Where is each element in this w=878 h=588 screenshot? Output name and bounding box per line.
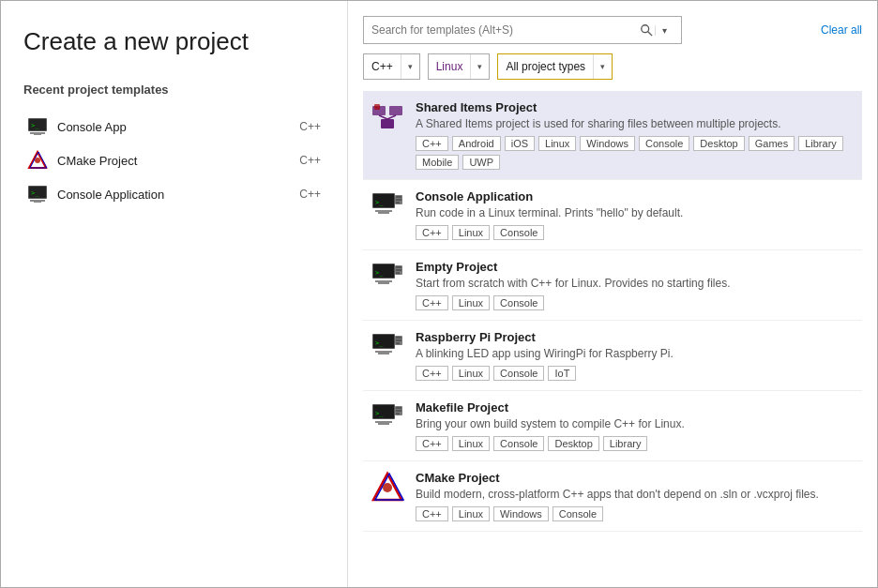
tag: Android [452,136,501,151]
project-name: CMake Project [416,471,855,485]
tag-list: C++LinuxWindowsConsole [416,506,855,521]
project-item[interactable]: CMake ProjectBuild modern, cross-platfor… [363,461,862,532]
tag-list: C++LinuxConsole [416,225,855,240]
platform-filter[interactable]: Linux ▾ [428,53,491,80]
svg-point-59 [383,483,392,492]
tag: Console [639,136,689,151]
svg-rect-16 [389,106,402,115]
tag: C++ [416,295,448,310]
project-desc: A blinking LED app using WiringPi for Ra… [416,347,855,360]
search-button[interactable] [638,23,655,37]
tag: UWP [462,155,500,170]
tag: Console [493,225,544,240]
console-app-icon: >_ [27,116,48,137]
tag: Linux [452,225,490,240]
svg-point-13 [642,25,649,33]
tag: Library [603,436,648,451]
project-info: Makefile ProjectBring your own build sys… [416,400,855,451]
search-box[interactable]: ▾ [363,16,682,44]
project-desc: Build modern, cross-platform C++ apps th… [416,488,855,501]
cmake-icon [27,150,48,171]
svg-text:>_: >_ [31,189,39,197]
tag: Linux [452,366,490,381]
tag: C++ [416,136,448,151]
tag: IoT [548,366,576,381]
tag: Console [493,295,544,310]
svg-text:>_: >_ [375,269,384,277]
svg-rect-44 [396,342,400,344]
page-title: Create a new project [23,27,325,56]
platform-filter-label: Linux [429,60,471,73]
svg-line-14 [648,32,652,36]
tag-list: C++LinuxConsole [416,295,855,310]
svg-rect-52 [396,410,401,412]
language-dropdown-arrow: ▾ [401,54,419,79]
recent-item-console-app-lang: C++ [299,120,321,133]
project-name: Raspberry Pi Project [416,330,855,344]
project-desc: A Shared Items project is used for shari… [416,117,855,130]
tag: Linux [452,295,490,310]
clear-all-button[interactable]: Clear all [821,23,862,37]
recent-item-cmake[interactable]: CMake Project C++ [23,143,325,177]
tag: C++ [416,225,448,240]
tag-list: C++AndroidiOSLinuxWindowsConsoleDesktopG… [416,136,855,170]
svg-rect-2 [30,132,45,134]
recent-item-console-application-lang: C++ [299,188,321,201]
svg-rect-3 [34,134,41,135]
tag: Linux [452,436,490,451]
project-item[interactable]: >_ Raspberry Pi ProjectA blinking LED ap… [363,321,862,391]
project-item[interactable]: >_ Empty ProjectStart from scratch with … [363,250,862,321]
project-icon: >_ [371,260,404,294]
svg-rect-20 [374,104,380,110]
project-name: Console Application [416,189,855,204]
svg-rect-28 [378,212,389,214]
project-icon: >_ [371,400,404,434]
tag: Mobile [416,155,459,170]
svg-rect-24 [396,196,401,198]
svg-rect-46 [378,353,389,354]
recent-item-cmake-lang: C++ [299,154,321,167]
project-info: Shared Items ProjectA Shared Items proje… [416,100,855,170]
tag: Linux [452,506,490,521]
svg-rect-25 [396,199,401,201]
svg-rect-34 [396,269,401,271]
svg-line-19 [387,115,396,119]
svg-rect-43 [396,339,401,341]
project-item[interactable]: >_ Console ApplicationRun code in a Linu… [363,180,862,250]
svg-rect-10 [30,200,45,202]
svg-rect-33 [396,266,401,268]
project-item[interactable]: >_ Makefile ProjectBring your own build … [363,391,862,461]
tag: iOS [505,136,535,151]
recent-item-cmake-name: CMake Project [57,154,299,168]
tag: Desktop [693,136,744,151]
tag: C++ [416,366,448,381]
svg-rect-11 [34,202,41,203]
platform-dropdown-arrow: ▾ [470,54,489,79]
search-input[interactable] [371,23,638,37]
project-desc: Run code in a Linux terminal. Prints "he… [416,206,855,219]
project-type-filter[interactable]: All project types ▾ [497,53,613,80]
project-name: Makefile Project [416,400,855,415]
svg-rect-55 [378,423,389,425]
recent-item-console-application-name: Console Application [57,188,299,202]
tag: Console [493,436,544,451]
svg-text:>_: >_ [375,410,384,417]
recent-item-console-app[interactable]: >_ Console App C++ [23,110,325,143]
project-item[interactable]: Shared Items ProjectA Shared Items proje… [363,91,862,180]
search-dropdown-arrow[interactable]: ▾ [655,25,674,36]
recent-item-console-application[interactable]: >_ Console Application C++ [23,177,325,211]
svg-rect-35 [396,272,400,274]
project-name: Empty Project [416,260,855,274]
language-filter-label: C++ [364,60,401,73]
svg-text:>_: >_ [375,199,384,206]
project-info: Empty ProjectStart from scratch with C++… [416,260,855,310]
project-type-filter-label: All project types [498,60,593,73]
project-name: Shared Items Project [416,100,855,114]
svg-rect-37 [378,282,389,284]
sidebar: Create a new project Recent project temp… [1,1,348,587]
project-list: Shared Items ProjectA Shared Items proje… [363,91,862,578]
project-type-dropdown-arrow: ▾ [593,54,612,79]
language-filter[interactable]: C++ ▾ [363,53,420,80]
main-panel: ▾ Clear all C++ ▾ Linux ▾ All project ty… [348,1,877,587]
project-desc: Start from scratch with C++ for Linux. P… [416,277,855,290]
